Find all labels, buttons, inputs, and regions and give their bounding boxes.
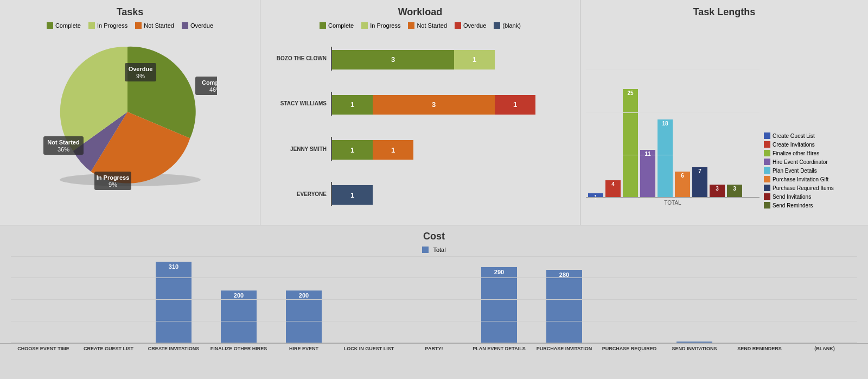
overdue-swatch (182, 22, 188, 29)
tl-label-hec: Hire Event Coordinator (773, 159, 828, 165)
cost-chart-wrapper: 310 200 200 290 (0, 256, 868, 343)
tl-legend-cgl: Create Guest List (764, 132, 834, 139)
legend-notstarted: Not Started (135, 22, 174, 29)
cost-col-sr (727, 235, 792, 343)
cost-bar-foh: 200 (221, 290, 257, 343)
cost-xlabel-cet: CHOOSE EVENT TIME (11, 344, 76, 351)
tl-x-label: TOTAL (586, 198, 760, 206)
legend-inprogress-label: In Progress (97, 22, 127, 29)
tl-swatch-hec (764, 159, 770, 165)
svg-text:9%: 9% (136, 73, 145, 79)
tl-label-ped: Plan Event Details (773, 168, 817, 174)
cost-xlabel-cgl: CREATE GUEST LIST (76, 344, 141, 351)
tl-swatch-ci (764, 141, 770, 148)
tasklen-chart-area: 1 4 25 11 (586, 22, 863, 219)
pie-svg: Complete 46% Not Started 36% Overdue 9% … (43, 33, 217, 191)
cost-col-he: 200 (271, 235, 336, 343)
cost-content: Cost Total (0, 225, 868, 379)
cost-col-cgl (76, 235, 141, 343)
workload-chart: BOZO THE CLOWN 3 1 STACY WILLIAMS 1 3 1 (266, 33, 575, 219)
cost-xlabel-ci: CREATE INVITATIONS (141, 344, 206, 351)
tasklen-bars-container: 1 4 25 11 (586, 28, 760, 209)
tl-bar-pig: 6 (675, 172, 690, 198)
tl-legend-si: Send Invitations (764, 193, 834, 200)
svg-text:Complete: Complete (201, 79, 216, 86)
top-row: Tasks Complete In Progress Not Started O… (0, 0, 868, 225)
legend-notstarted-label: Not Started (144, 22, 174, 29)
tl-label-ci: Create Invitations (773, 142, 815, 148)
svg-text:36%: 36% (57, 146, 69, 153)
cost-bars-row: 310 200 200 290 (0, 256, 868, 343)
tl-legend-ci: Create Invitations (764, 141, 834, 148)
cost-col-ligl (336, 235, 401, 343)
svg-text:9%: 9% (108, 181, 117, 188)
cost-xlabel-he: HIRE EVENT (271, 344, 336, 351)
cost-xlabel-foh: FINALIZE OTHER HIRES (206, 344, 271, 351)
cost-col-party (401, 235, 467, 343)
tl-bar-pig-rect: 6 (675, 172, 690, 198)
svg-text:Not Started: Not Started (47, 139, 79, 146)
cost-col-si (662, 235, 727, 343)
wl-bar-overdue-stacy: 1 (495, 95, 535, 115)
wl-bar-notstarted-jenny: 1 (373, 140, 413, 160)
cost-col-ci: 310 (141, 235, 206, 343)
wl-bar-complete-stacy: 1 (332, 95, 373, 115)
workload-title: Workload (398, 7, 443, 18)
tl-legend-ped: Plan Event Details (764, 167, 834, 174)
wl-notstarted-swatch (408, 22, 414, 29)
tl-swatch-pig (764, 176, 770, 182)
tasklen-panel: Task Lengths 1 (580, 0, 868, 225)
legend-complete-label: Complete (55, 22, 81, 29)
wl-overdue-label: Overdue (463, 22, 486, 29)
tasks-title: Tasks (117, 7, 144, 18)
tl-bar-ped-rect: 18 (658, 119, 673, 198)
complete-swatch (47, 22, 53, 29)
tl-bar-foh: 25 (623, 89, 638, 198)
cost-xlabel-blank: (BLANK) (792, 344, 857, 351)
tl-bar-pri: 7 (692, 167, 707, 198)
cost-xlabel-pi: PURCHASE INVITATION (532, 344, 597, 351)
wl-bar-complete-jenny: 1 (332, 140, 373, 160)
svg-text:Overdue: Overdue (128, 66, 152, 72)
tasks-panel: Tasks Complete In Progress Not Started O… (0, 0, 260, 225)
wl-row-bozo: BOZO THE CLOWN 3 1 (266, 47, 575, 71)
wl-label-bozo: BOZO THE CLOWN (266, 55, 331, 61)
notstarted-swatch (135, 22, 142, 29)
cost-col-blank (792, 235, 857, 343)
wl-bars-everyone: 1 (332, 185, 373, 205)
tl-swatch-pri (764, 185, 770, 191)
tl-legend-foh: Finalize other Hires (764, 150, 834, 156)
wl-inprog-swatch (361, 22, 368, 29)
tl-bar-cgl-rect: 1 (588, 193, 603, 198)
tasklen-title: Task Lengths (693, 7, 756, 18)
cost-bar-ci: 310 (156, 262, 192, 343)
legend-overdue: Overdue (182, 22, 213, 29)
tl-bar-ci: 4 (605, 180, 621, 198)
cost-xlabel-pr: PURCHASE REQUIRED (597, 344, 662, 351)
tl-bar-si: 3 (710, 185, 725, 198)
svg-text:46%: 46% (209, 86, 216, 93)
tl-bar-si-rect: 3 (710, 185, 725, 198)
workload-legend: Complete In Progress Not Started Overdue… (320, 22, 521, 29)
wl-bar-notstarted-stacy: 3 (373, 95, 495, 115)
tl-label-foh: Finalize other Hires (773, 150, 819, 156)
svg-text:In Progress: In Progress (96, 174, 129, 181)
wl-bar-blank-everyone: 1 (332, 185, 373, 205)
cost-xlabel-party: PARTY! (401, 344, 467, 351)
cost-bar-si (676, 342, 712, 343)
wl-overdue-swatch (455, 22, 461, 29)
wl-row-everyone: EVERYONE 1 (266, 182, 575, 206)
wl-complete-label: Complete (328, 22, 354, 29)
wl-blank-swatch (494, 22, 500, 29)
tl-swatch-sr (764, 202, 770, 209)
wl-label-everyone: EVERYONE (266, 191, 331, 197)
wl-bar-complete-bozo: 3 (332, 50, 454, 70)
tl-label-pig: Purchase Invitation Gift (773, 176, 828, 182)
cost-xlabel-sr: SEND REMINDERS (727, 344, 792, 351)
wl-row-jenny: JENNY SMITH 1 1 (266, 137, 575, 161)
wl-bars-stacy: 1 3 1 (332, 95, 535, 115)
tl-swatch-ped (764, 167, 770, 174)
tl-label-cgl: Create Guest List (773, 133, 815, 139)
inprogress-swatch (88, 22, 95, 29)
legend-complete: Complete (47, 22, 81, 29)
